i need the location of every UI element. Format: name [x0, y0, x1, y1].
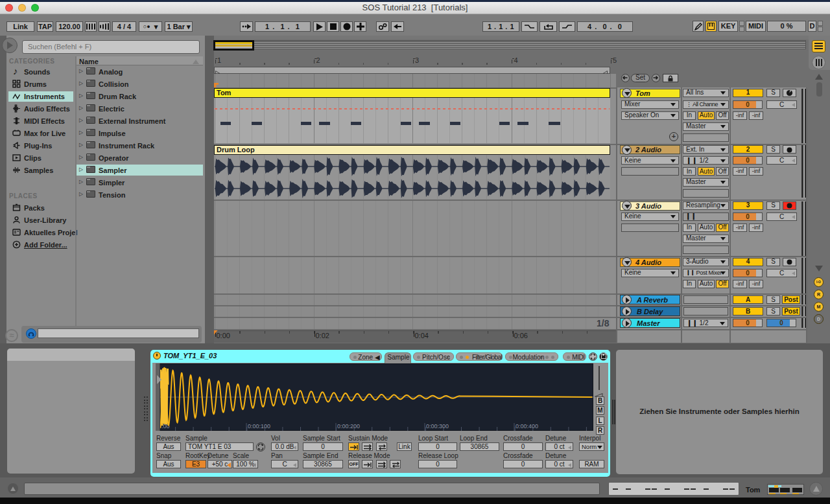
svg-text:0:00:200: 0:00:200 [337, 423, 360, 430]
svg-text:0:00:300: 0:00:300 [426, 423, 449, 430]
svg-text:0:00:400: 0:00:400 [516, 423, 538, 430]
svg-text:0:00:100: 0:00:100 [248, 423, 270, 430]
